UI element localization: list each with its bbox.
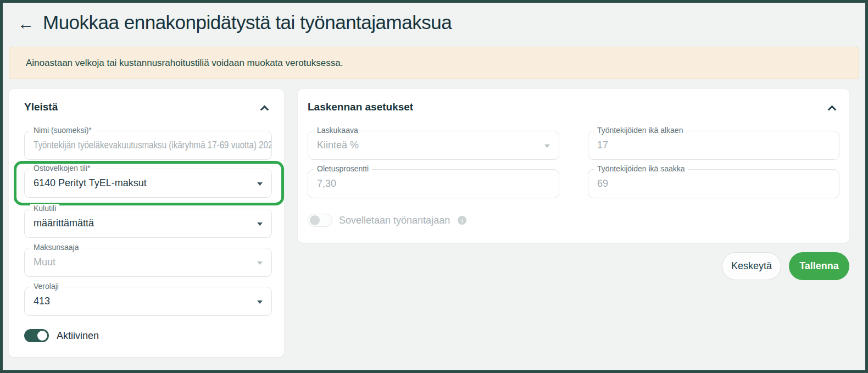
- payee-value: Muut: [25, 248, 271, 276]
- age-from-field: Työntekijöiden ikä alkaen 17: [588, 131, 839, 160]
- calculation-card-title: Laskennan asetukset: [308, 101, 413, 113]
- active-toggle-label: Aktiivinen: [57, 330, 99, 342]
- back-arrow-icon[interactable]: ←: [18, 13, 34, 32]
- tax-type-dropdown[interactable]: Verolaji 413: [24, 287, 272, 316]
- default-percent-label: Oletusprosentti: [314, 164, 372, 173]
- name-finnish-field: Nimi (suomeksi)* Työntekijän työeläkevak…: [24, 131, 272, 160]
- general-card-header: Yleistä: [24, 101, 272, 113]
- dropdown-arrow-icon: [257, 222, 263, 226]
- tax-type-value: 413: [25, 287, 271, 315]
- payee-dropdown: Maksunsaaja Muut: [24, 248, 272, 277]
- payables-account-dropdown[interactable]: Ostovelkojen tili* 6140 Perityt TyEL-mak…: [24, 169, 272, 198]
- employer-toggle-label: Sovelletaan työnantajaan: [339, 215, 450, 226]
- age-to-value: 69: [588, 170, 839, 197]
- content-area: Yleistä Nimi (suomeksi)* Työntekijän työ…: [9, 89, 859, 357]
- info-banner-text: Ainoastaan velkoja tai kustannusrahoitus…: [26, 58, 343, 69]
- name-finnish-value: Työntekijän työeläkevakuutusmaksu (ikäry…: [25, 131, 271, 159]
- dropdown-arrow-icon: [257, 182, 263, 186]
- expense-account-value: määrittämättä: [25, 209, 271, 237]
- highlight-annotation: Ostovelkojen tili* 6140 Perityt TyEL-mak…: [14, 161, 284, 205]
- age-to-label: Työntekijöiden ikä saakka: [594, 164, 688, 173]
- payables-account-label: Ostovelkojen tili*: [30, 164, 94, 172]
- page-header: ← Muokkaa ennakonpidätystä tai työnantaj…: [18, 12, 859, 34]
- dropdown-arrow-icon: [257, 300, 263, 304]
- chevron-up-icon[interactable]: [260, 105, 269, 114]
- general-card: Yleistä Nimi (suomeksi)* Työntekijän työ…: [9, 89, 284, 357]
- general-card-title: Yleistä: [24, 101, 58, 113]
- calculation-card-header: Laskennan asetukset: [308, 101, 839, 113]
- info-icon: i: [458, 216, 466, 225]
- employer-toggle: [308, 214, 332, 227]
- tax-type-label: Verolaji: [30, 282, 62, 291]
- age-to-field: Työntekijöiden ikä saakka 69: [588, 169, 839, 198]
- payee-label: Maksunsaaja: [30, 243, 82, 252]
- toggle-knob: [310, 215, 320, 225]
- right-column: Laskennan asetukset Laskukaava Kiinteä %: [298, 89, 849, 280]
- info-banner: Ainoastaan velkoja tai kustannusrahoitus…: [9, 47, 859, 79]
- formula-value: Kiinteä %: [308, 131, 559, 159]
- save-button[interactable]: Tallenna: [789, 252, 849, 280]
- expense-account-label: Kulutili: [30, 204, 59, 213]
- payables-account-value: 6140 Perityt TyEL-maksut: [25, 169, 271, 197]
- toggle-knob: [37, 331, 47, 341]
- formula-label: Laskukaava: [314, 126, 361, 135]
- dropdown-arrow-icon: [544, 144, 550, 148]
- expense-account-dropdown[interactable]: Kulutili määrittämättä: [24, 209, 272, 238]
- formula-dropdown: Laskukaava Kiinteä %: [308, 131, 559, 160]
- app-window: ← Muokkaa ennakonpidätystä tai työnantaj…: [0, 0, 868, 373]
- default-percent-field: Oletusprosentti 7,30: [308, 169, 559, 198]
- employer-toggle-row: Sovelletaan työnantajaan i: [308, 214, 839, 227]
- calculation-col-right: Työntekijöiden ikä alkaen 17 Työntekijöi…: [588, 113, 839, 198]
- page-title: Muokkaa ennakonpidätystä tai työnantajam…: [43, 12, 452, 34]
- calculation-col-left: Laskukaava Kiinteä % Oletusprosentti 7,3…: [308, 113, 559, 198]
- edit-tax-page: ← Muokkaa ennakonpidätystä tai työnantaj…: [3, 3, 865, 361]
- default-percent-value: 7,30: [308, 170, 559, 197]
- age-from-label: Työntekijöiden ikä alkaen: [594, 126, 686, 135]
- age-from-value: 17: [588, 131, 839, 159]
- cancel-button[interactable]: Keskeytä: [722, 252, 781, 280]
- active-toggle-row: Aktiivinen: [24, 329, 272, 342]
- calculation-card: Laskennan asetukset Laskukaava Kiinteä %: [298, 89, 849, 243]
- chevron-up-icon[interactable]: [828, 105, 837, 114]
- calculation-grid: Laskukaava Kiinteä % Oletusprosentti 7,3…: [308, 113, 839, 198]
- dropdown-arrow-icon: [257, 261, 263, 265]
- active-toggle[interactable]: [24, 329, 49, 342]
- action-buttons: Keskeytä Tallenna: [298, 252, 849, 280]
